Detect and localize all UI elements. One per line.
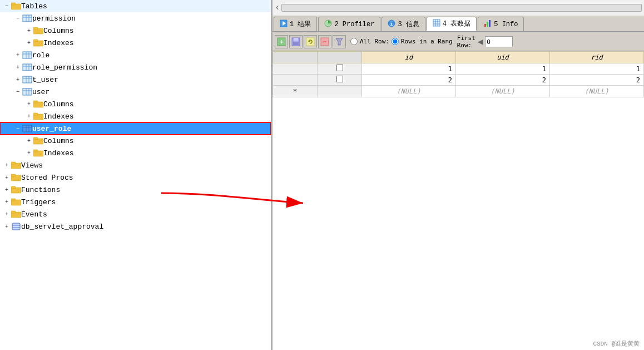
svg-rect-43 — [11, 186, 16, 189]
cell-id-new[interactable]: (NULL) — [362, 86, 456, 97]
cell-id-2[interactable]: 2 — [362, 75, 456, 86]
tree-panel[interactable]: Tables permission Columns — [0, 0, 273, 350]
table-icon-user-role — [22, 125, 32, 132]
user-columns-label: Columns — [43, 100, 74, 109]
tree-t-user[interactable]: t_user — [0, 73, 271, 86]
radio-all-row[interactable] — [350, 38, 358, 45]
tree-triggers[interactable]: Triggers — [0, 196, 271, 208]
tree-user[interactable]: user — [0, 86, 271, 98]
tab-profiler-icon — [324, 19, 332, 29]
svg-rect-9 — [33, 40, 38, 42]
toolbar: + − All Row: Rows in a Rang First Row: ◀ — [273, 32, 644, 51]
toggle-t-user[interactable] — [13, 75, 22, 84]
tree-perm-indexes[interactable]: Indexes — [0, 37, 271, 49]
toggle-role[interactable] — [13, 51, 22, 60]
toggle-perm-indexes[interactable] — [24, 38, 33, 47]
cell-uid-1[interactable]: 1 — [456, 63, 550, 75]
svg-rect-61 — [484, 24, 486, 27]
cell-rid-new[interactable]: (NULL) — [550, 86, 644, 97]
toggle-functions[interactable] — [2, 185, 11, 194]
toggle-perm-columns[interactable] — [24, 26, 33, 35]
svg-rect-29 — [33, 113, 38, 115]
table-icon-t-user — [22, 76, 32, 83]
tree-views[interactable]: Views — [0, 159, 271, 171]
row-mode-group: All Row: Rows in a Rang — [350, 38, 453, 45]
first-row-input[interactable] — [485, 36, 513, 47]
toggle-user-indexes[interactable] — [24, 112, 33, 121]
row-indicator-2 — [273, 75, 318, 86]
tree-user-columns[interactable]: Columns — [0, 98, 271, 110]
folder-icon-events — [11, 210, 21, 218]
svg-rect-68 — [293, 42, 299, 45]
user-role-indexes-label: Indexes — [43, 149, 74, 157]
tree-permission[interactable]: permission — [0, 12, 271, 24]
first-row-prev-btn[interactable]: ◀ — [478, 36, 483, 47]
toggle-user-role-columns[interactable] — [24, 136, 33, 145]
checkbox-cell-new — [318, 86, 362, 97]
radio-range-row[interactable] — [392, 38, 399, 45]
svg-rect-45 — [11, 199, 16, 201]
add-row-btn[interactable]: + — [275, 35, 288, 48]
toggle-db-servlet[interactable] — [2, 222, 11, 231]
toggle-views[interactable] — [2, 161, 11, 170]
checkbox-2[interactable] — [336, 76, 343, 82]
tab-result[interactable]: 1 结果 — [274, 17, 317, 31]
folder-icon-user-columns — [33, 100, 43, 108]
cell-rid-2[interactable]: 2 — [550, 75, 644, 86]
cell-id-1[interactable]: 1 — [362, 63, 456, 75]
tab-result-icon — [280, 19, 288, 29]
cell-uid-2[interactable]: 2 — [456, 75, 550, 86]
tab-profiler[interactable]: 2 Profiler — [318, 17, 380, 31]
toggle-user-columns[interactable] — [24, 100, 33, 109]
table-row[interactable]: 1 1 1 — [273, 63, 644, 75]
checkbox-cell-1[interactable] — [318, 63, 362, 75]
permission-label: permission — [32, 14, 76, 23]
tab-tabledata[interactable]: 4 表数据 — [427, 17, 477, 31]
horizontal-scrollbar[interactable] — [281, 4, 642, 12]
svg-rect-1 — [11, 3, 16, 5]
tab-5info-label: 5 Info — [494, 21, 518, 28]
cell-rid-1[interactable]: 1 — [550, 63, 644, 75]
tree-perm-columns[interactable]: Columns — [0, 24, 271, 37]
folder-icon-user-indexes — [33, 112, 43, 120]
toggle-triggers[interactable] — [2, 198, 11, 206]
tree-functions[interactable]: Functions — [0, 184, 271, 196]
toggle-permission[interactable] — [13, 14, 22, 23]
toggle-stored-procs[interactable] — [2, 173, 11, 182]
toggle-tables[interactable] — [2, 2, 11, 11]
table-row-new[interactable]: * (NULL) (NULL) (NULL) — [273, 86, 644, 97]
tree-role[interactable]: role — [0, 49, 271, 61]
filter-btn[interactable] — [333, 35, 346, 48]
right-panel: ‹ 1 结果 2 Profiler i 3 信息 — [273, 0, 644, 350]
tree-user-role[interactable]: user_role — [0, 122, 271, 135]
toggle-user-role[interactable] — [13, 124, 22, 133]
tree-db-servlet[interactable]: db_servlet_approval — [0, 220, 271, 233]
tree-role-permission[interactable]: role_permission — [0, 61, 271, 73]
tab-5info[interactable]: 5 Info — [478, 17, 524, 31]
tab-tabledata-label: 4 表数据 — [443, 19, 470, 28]
checkbox-cell-2[interactable] — [318, 75, 362, 86]
checkbox-1[interactable] — [336, 65, 343, 71]
tree-user-role-columns[interactable]: Columns — [0, 135, 271, 147]
toggle-role-permission[interactable] — [13, 63, 22, 72]
toggle-user[interactable] — [13, 87, 22, 96]
delete-btn[interactable]: − — [318, 35, 331, 48]
tree-tables[interactable]: Tables — [0, 0, 271, 12]
tree-stored-procs[interactable]: Stored Procs — [0, 171, 271, 184]
folder-icon-functions — [11, 186, 21, 194]
folder-icon — [11, 2, 21, 10]
db-icon — [11, 223, 21, 230]
watermark: CSDN @谁是黄黄 — [593, 339, 640, 348]
tree-user-role-indexes[interactable]: Indexes — [0, 147, 271, 159]
toggle-user-role-indexes[interactable] — [24, 149, 33, 157]
toggle-events[interactable] — [2, 210, 11, 219]
table-row[interactable]: 2 2 2 — [273, 75, 644, 86]
tab-info[interactable]: i 3 信息 — [382, 17, 425, 31]
tab-info-icon: i — [388, 19, 395, 29]
refresh-btn[interactable] — [304, 35, 317, 48]
scroll-left-btn[interactable]: ‹ — [275, 3, 280, 13]
save-btn[interactable] — [289, 35, 303, 48]
tree-events[interactable]: Events — [0, 208, 271, 220]
cell-uid-new[interactable]: (NULL) — [456, 86, 550, 97]
tree-user-indexes[interactable]: Indexes — [0, 110, 271, 122]
